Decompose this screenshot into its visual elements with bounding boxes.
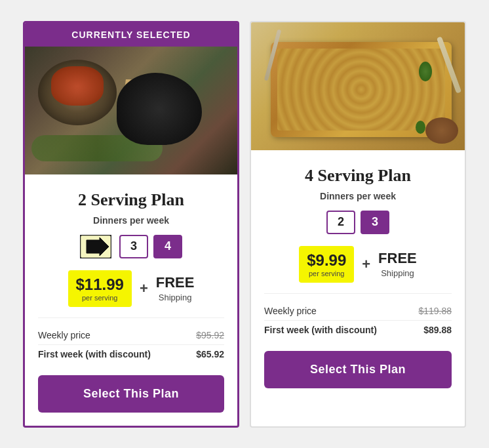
serving-option-4-1[interactable]: 4: [153, 235, 182, 258]
select-plan-button-1[interactable]: Select This Plan: [38, 375, 224, 413]
weekly-price-value-2: $119.88: [418, 306, 452, 316]
plan-body-2: 4 Serving Plan Dinners per week 2 3 $9.9…: [251, 150, 465, 401]
weekly-price-label-1: Weekly price: [38, 330, 90, 340]
first-week-label-1: First week (with discount): [38, 349, 151, 359]
plan-subtitle-1: Dinners per week: [38, 215, 224, 226]
servings-row-1: 3 4: [38, 235, 224, 258]
price-row-2: $9.99 per serving + FREE Shipping: [264, 246, 452, 283]
shipping-label-1: Shipping: [159, 293, 192, 302]
weekly-price-line-2: Weekly price $119.88: [264, 302, 452, 320]
plan-image-1: [25, 47, 237, 174]
food-photo-2: [251, 22, 465, 150]
plans-container: CURRENTLY SELECTED 2 Serving Plan Dinner…: [10, 8, 479, 441]
plan-subtitle-2: Dinners per week: [264, 191, 452, 201]
shipping-label-2: Shipping: [381, 268, 414, 278]
first-week-label-2: First week (with discount): [264, 325, 377, 335]
arrow-right-icon: [80, 235, 111, 258]
price-amount-2: $9.99: [307, 251, 346, 270]
selected-banner: CURRENTLY SELECTED: [25, 23, 237, 47]
free-label-1: FREE: [156, 274, 195, 291]
price-amount-1: $11.99: [76, 275, 124, 294]
arrow-indicator-1: [80, 235, 111, 258]
price-breakdown-2: Weekly price $119.88 First week (with di…: [264, 293, 452, 339]
price-per-2: per serving: [307, 270, 346, 277]
first-week-value-1: $65.92: [196, 349, 224, 359]
plan-image-2: [251, 22, 465, 150]
food-photo-1: [25, 47, 237, 174]
plus-sign-2: +: [362, 256, 370, 273]
plan-card-2-serving: CURRENTLY SELECTED 2 Serving Plan Dinner…: [23, 21, 239, 428]
price-badge-1: $11.99 per serving: [68, 270, 132, 307]
free-shipping-2: FREE Shipping: [378, 250, 417, 279]
first-week-value-2: $89.88: [423, 325, 452, 335]
plus-sign-1: +: [140, 280, 148, 297]
weekly-price-line-1: Weekly price $95.92: [38, 326, 224, 344]
plan-title-1: 2 Serving Plan: [38, 190, 224, 210]
serving-option-3-1[interactable]: 3: [119, 235, 148, 258]
plan-title-2: 4 Serving Plan: [264, 166, 452, 186]
plan-body-1: 2 Serving Plan Dinners per week 3 4 $11.…: [25, 174, 237, 426]
free-shipping-1: FREE Shipping: [156, 274, 195, 303]
serving-option-2-2[interactable]: 2: [326, 211, 355, 234]
weekly-price-label-2: Weekly price: [264, 306, 317, 316]
free-label-2: FREE: [378, 250, 417, 267]
select-plan-button-2[interactable]: Select This Plan: [264, 351, 452, 388]
serving-option-3-2[interactable]: 3: [361, 211, 389, 234]
weekly-price-value-1: $95.92: [196, 330, 224, 340]
first-week-line-2: First week (with discount) $89.88: [264, 320, 452, 339]
price-per-1: per serving: [76, 294, 124, 302]
plan-card-4-serving: 4 Serving Plan Dinners per week 2 3 $9.9…: [250, 21, 466, 428]
price-row-1: $11.99 per serving + FREE Shipping: [38, 270, 224, 307]
price-badge-2: $9.99 per serving: [299, 246, 354, 283]
servings-row-2: 2 3: [264, 211, 452, 234]
price-breakdown-1: Weekly price $95.92 First week (with dis…: [38, 317, 224, 363]
first-week-line-1: First week (with discount) $65.92: [38, 344, 224, 363]
